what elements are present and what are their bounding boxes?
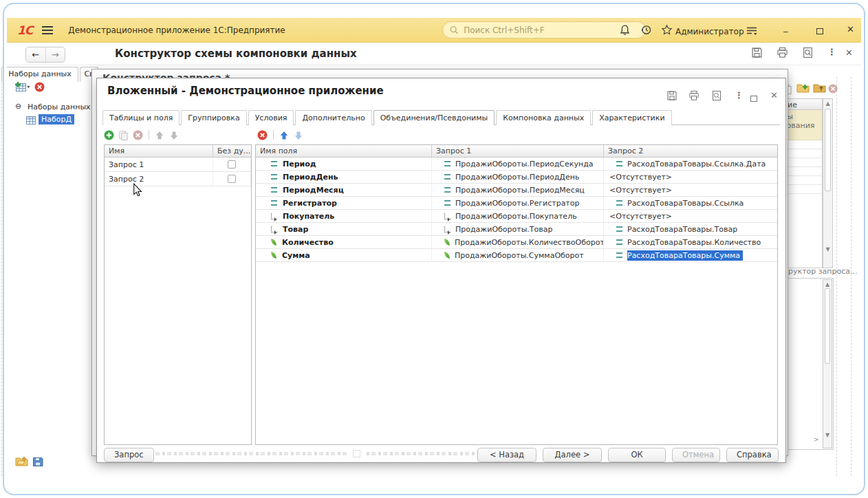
print-icon[interactable] — [777, 47, 789, 59]
global-search[interactable] — [442, 21, 646, 39]
preview-icon[interactable] — [711, 90, 723, 102]
left-splitter[interactable] — [1, 69, 6, 476]
move-down-disabled-icon[interactable] — [169, 130, 180, 140]
tree-root-label[interactable]: Наборы данных — [28, 102, 91, 111]
col-query1[interactable]: Запрос 1 — [432, 145, 604, 157]
minimize-icon[interactable]: _ — [783, 22, 788, 32]
field-row[interactable]: Товар ПродажиОбороты.Товар РасходТовараТ… — [256, 223, 777, 236]
field-row[interactable]: Сумма ПродажиОбороты.СуммаОборот РасходТ… — [256, 249, 777, 262]
tab-characteristics[interactable]: Характеристики — [592, 110, 671, 125]
back-button[interactable]: ← — [26, 47, 46, 62]
query-constructor-link[interactable]: руктор запроса... — [788, 267, 858, 276]
field-type-icon — [444, 226, 451, 232]
query-panel-scrollbar[interactable]: ▲ ▼ — [823, 279, 832, 448]
tune-icon[interactable] — [746, 25, 759, 38]
nested-query-dialog: Вложенный - Демонстрационное приложение … — [96, 78, 786, 463]
delete-disabled-icon[interactable] — [828, 83, 838, 96]
tab-advanced[interactable]: Дополнительно — [295, 110, 371, 125]
move-up-disabled-icon[interactable] — [155, 130, 165, 140]
form-header-row: ← → Конструктор схемы компоновки данных … — [5, 43, 863, 65]
dialog-buttons: < Назад Далее > ОК Отмена Справка — [477, 448, 779, 462]
field-type-icon — [271, 187, 277, 193]
app-title-bar: 1С Демонстрационное приложение 1С:Предпр… — [5, 18, 863, 43]
field-type-icon — [444, 239, 450, 246]
back-button[interactable]: < Назад — [477, 448, 536, 462]
col-name[interactable]: Имя — [105, 145, 213, 157]
delete-field-icon[interactable] — [257, 130, 268, 140]
dialog-tabs: Таблицы и поля Группировка Условия Допол… — [102, 110, 780, 125]
queries-table: Имя Без ду... Запрос 1 Запрос 2 — [104, 144, 252, 445]
field-row[interactable]: ПериодДень ПродажиОбороты.ПериодДень <От… — [256, 171, 777, 184]
save-icon[interactable] — [751, 47, 763, 59]
maximize-icon[interactable] — [750, 91, 762, 103]
forward-button[interactable]: → — [46, 47, 65, 62]
col-query2[interactable]: Запрос 2 — [604, 145, 777, 157]
ok-button[interactable]: ОК — [608, 448, 666, 462]
move-field-up-icon[interactable] — [279, 130, 290, 140]
cancel-button[interactable]: Отмена — [672, 448, 720, 462]
field-row[interactable]: Количество ПродажиОбороты.КоличествоОбор… — [256, 236, 777, 249]
right-splitter[interactable] — [836, 77, 851, 476]
field-type-icon — [444, 213, 451, 219]
tab-data-composition[interactable]: Компоновка данных — [496, 110, 591, 125]
field-type-icon — [616, 226, 622, 232]
tree-item-dataset[interactable]: НаборД — [39, 114, 74, 124]
current-user[interactable]: Администратор — [675, 27, 744, 36]
close-app-icon[interactable]: ✕ — [847, 24, 854, 34]
close-dialog-icon[interactable]: ✕ — [770, 90, 782, 102]
tab-tables-fields[interactable]: Таблицы и поля — [102, 110, 180, 125]
maximize-icon[interactable] — [816, 26, 823, 36]
col-field-name[interactable]: Имя поля — [256, 145, 432, 157]
delete-query-icon[interactable] — [133, 130, 143, 140]
add-query-icon[interactable] — [104, 130, 114, 140]
field-type-icon — [616, 239, 622, 245]
next-button[interactable]: Далее > — [543, 448, 602, 462]
search-input[interactable] — [462, 25, 638, 36]
delete-dataset-icon[interactable] — [34, 82, 45, 95]
field-row[interactable]: Период ПродажиОбороты.ПериодСекунда Расх… — [256, 158, 777, 171]
add-folder-icon[interactable] — [796, 83, 810, 96]
no-duplicates-checkbox[interactable] — [228, 175, 236, 183]
field-type-icon — [616, 200, 622, 206]
tab-unions-aliases[interactable]: Объединения/Псевдонимы — [373, 110, 495, 125]
main-menu-icon[interactable] — [42, 26, 53, 34]
field-row[interactable]: ПериодМесяц ПродажиОбороты.ПериодМесяц <… — [256, 184, 777, 197]
query-row[interactable]: Запрос 2 — [105, 172, 251, 186]
add-dataset-icon[interactable] — [14, 81, 30, 96]
open-folder-icon[interactable] — [15, 456, 28, 469]
notifications-bell-icon[interactable] — [619, 24, 631, 36]
help-button[interactable]: Справка — [726, 448, 779, 462]
field-type-icon — [616, 161, 622, 166]
tab-datasets[interactable]: Наборы данных — [1, 67, 78, 82]
more-dots-icon[interactable]: ⋮ — [827, 47, 836, 57]
1c-logo: 1С — [17, 23, 32, 37]
fields-rows: Период ПродажиОбороты.ПериодСекунда Расх… — [256, 158, 777, 262]
tab-grouping[interactable]: Группировка — [181, 110, 246, 125]
field-row[interactable]: Регистратор ПродажиОбороты.Регистратор Р… — [256, 197, 777, 210]
query-row[interactable]: Запрос 1 — [105, 158, 251, 172]
screen: 1С Демонстрационное приложение 1С:Предпр… — [0, 0, 868, 498]
print-icon[interactable] — [688, 90, 700, 102]
col-no-duplicates[interactable]: Без ду... — [213, 145, 251, 157]
copy-query-icon[interactable] — [118, 130, 129, 140]
field-type-icon — [271, 161, 277, 166]
field-type-icon — [444, 174, 451, 180]
expand-right-icon[interactable]: > — [814, 436, 819, 443]
close-form-icon[interactable]: ✕ — [845, 47, 853, 58]
favorites-star-icon[interactable] — [661, 24, 673, 36]
save-icon[interactable] — [666, 90, 678, 102]
dataset-grid-icon — [26, 114, 36, 127]
appearance-scrollbar[interactable]: ▲ ▼ — [823, 98, 833, 268]
tree-expander-icon[interactable]: ⊖ — [15, 102, 21, 111]
field-type-icon — [444, 252, 450, 259]
move-field-down-icon[interactable] — [294, 130, 304, 140]
no-duplicates-checkbox[interactable] — [228, 160, 236, 169]
move-folder-icon[interactable] — [813, 83, 826, 96]
tab-conditions[interactable]: Условия — [248, 110, 294, 125]
field-row[interactable]: Покупатель ПродажиОбороты.Покупатель <От… — [256, 210, 777, 223]
query-button[interactable]: Запрос — [104, 448, 154, 462]
more-dots-icon[interactable]: ⋮ — [733, 90, 745, 102]
save-schema-icon[interactable] — [32, 457, 43, 470]
preview-icon[interactable] — [802, 47, 814, 59]
history-icon[interactable] — [640, 24, 653, 36]
